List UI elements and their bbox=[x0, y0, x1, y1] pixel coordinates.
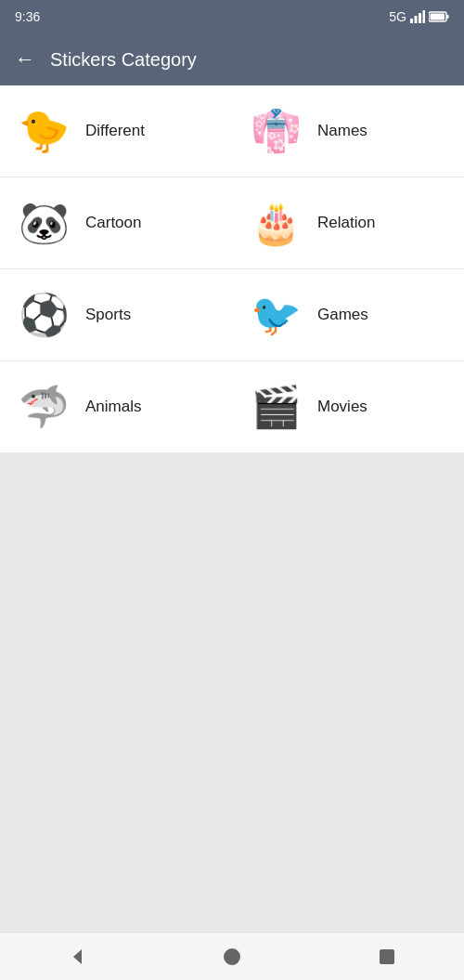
signal-icon bbox=[410, 10, 425, 23]
svg-rect-9 bbox=[380, 949, 394, 964]
status-icons: 5G bbox=[389, 9, 449, 24]
status-bar: 9:36 5G bbox=[0, 0, 464, 33]
page-title: Stickers Category bbox=[50, 49, 197, 71]
category-item-different[interactable]: 🐤Different bbox=[0, 85, 232, 177]
different-label: Different bbox=[85, 122, 145, 140]
sports-icon: ⚽ bbox=[15, 286, 72, 344]
names-label: Names bbox=[317, 122, 367, 140]
relation-icon: 🎂 bbox=[247, 194, 304, 252]
svg-rect-2 bbox=[419, 13, 421, 23]
games-icon: 🐦 bbox=[247, 286, 304, 344]
svg-rect-3 bbox=[423, 10, 426, 23]
back-button[interactable]: ← bbox=[15, 47, 35, 72]
category-item-movies[interactable]: 🎬Movies bbox=[232, 361, 464, 453]
movies-icon: 🎬 bbox=[247, 378, 304, 436]
category-item-names[interactable]: 👘Names bbox=[232, 85, 464, 177]
cartoon-icon: 🐼 bbox=[15, 194, 72, 252]
svg-rect-5 bbox=[447, 15, 449, 19]
category-item-sports[interactable]: ⚽Sports bbox=[0, 269, 232, 361]
category-grid-container: 🐤Different👘Names🐼Cartoon🎂Relation⚽Sports… bbox=[0, 85, 464, 453]
toolbar: ← Stickers Category bbox=[0, 33, 464, 85]
time-display: 9:36 bbox=[15, 9, 40, 24]
svg-rect-6 bbox=[431, 14, 445, 20]
svg-point-8 bbox=[224, 948, 240, 965]
svg-marker-7 bbox=[73, 949, 82, 964]
names-icon: 👘 bbox=[247, 102, 304, 160]
cartoon-label: Cartoon bbox=[85, 214, 141, 232]
category-item-cartoon[interactable]: 🐼Cartoon bbox=[0, 177, 232, 269]
battery-icon bbox=[429, 11, 449, 22]
svg-rect-1 bbox=[415, 16, 418, 23]
different-icon: 🐤 bbox=[15, 102, 72, 160]
category-item-games[interactable]: 🐦Games bbox=[232, 269, 464, 361]
animals-label: Animals bbox=[85, 398, 141, 416]
category-item-relation[interactable]: 🎂Relation bbox=[232, 177, 464, 269]
svg-rect-0 bbox=[410, 19, 413, 23]
signal-label: 5G bbox=[389, 9, 406, 24]
empty-area bbox=[0, 453, 464, 932]
nav-back-button[interactable] bbox=[60, 940, 94, 973]
sports-label: Sports bbox=[85, 306, 131, 324]
nav-bar bbox=[0, 932, 464, 980]
nav-recent-button[interactable] bbox=[370, 940, 404, 973]
games-label: Games bbox=[317, 306, 368, 324]
animals-icon: 🦈 bbox=[15, 378, 72, 436]
category-item-animals[interactable]: 🦈Animals bbox=[0, 361, 232, 453]
category-grid: 🐤Different👘Names🐼Cartoon🎂Relation⚽Sports… bbox=[0, 85, 464, 453]
nav-home-button[interactable] bbox=[215, 940, 249, 973]
movies-label: Movies bbox=[317, 398, 367, 416]
relation-label: Relation bbox=[317, 214, 375, 232]
